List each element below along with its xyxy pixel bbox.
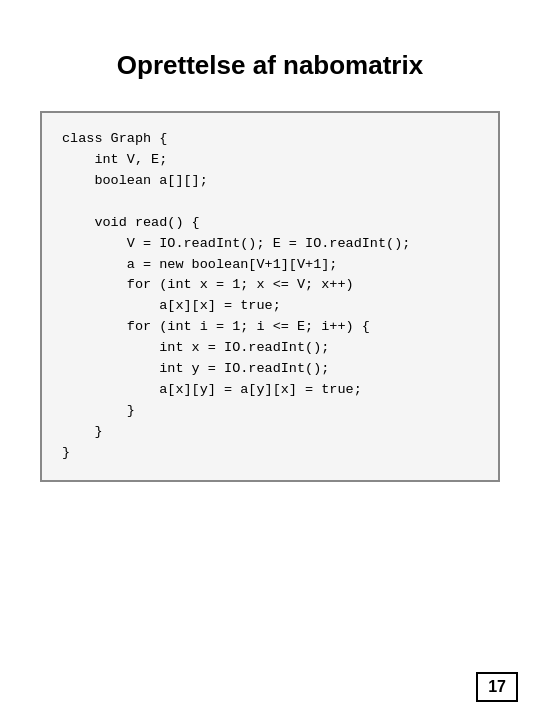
page-number: 17 — [476, 672, 518, 702]
page-title: Oprettelse af nabomatrix — [0, 50, 540, 81]
code-block: class Graph { int V, E; boolean a[][]; v… — [40, 111, 500, 482]
code-content: class Graph { int V, E; boolean a[][]; v… — [62, 129, 478, 464]
